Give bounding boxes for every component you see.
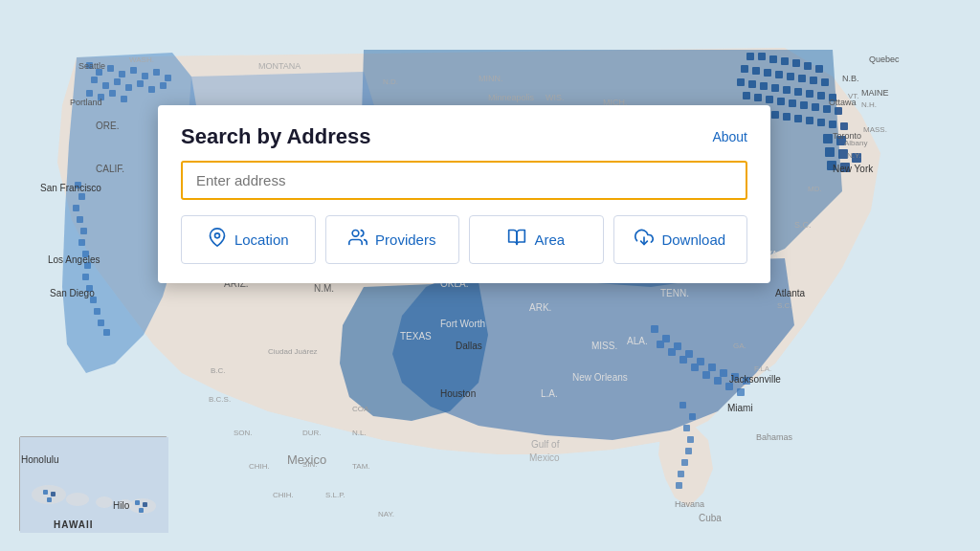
- svg-rect-43: [840, 122, 848, 130]
- svg-text:Jacksonville: Jacksonville: [729, 374, 781, 385]
- download-label: Download: [661, 231, 725, 248]
- svg-rect-121: [165, 75, 171, 81]
- search-input[interactable]: [183, 163, 746, 198]
- svg-rect-138: [78, 239, 85, 246]
- svg-text:S.C.: S.C.: [777, 301, 792, 310]
- svg-text:Atlanta: Atlanta: [775, 288, 806, 298]
- svg-text:Gulf of: Gulf of: [531, 439, 560, 450]
- svg-text:MONTANA: MONTANA: [258, 61, 301, 71]
- svg-text:Ciudad Juárez: Ciudad Juárez: [268, 347, 318, 356]
- svg-text:NAY.: NAY.: [378, 510, 394, 518]
- about-link[interactable]: About: [712, 129, 747, 144]
- svg-rect-171: [676, 482, 682, 489]
- svg-rect-141: [82, 274, 89, 280]
- location-button[interactable]: Location: [181, 215, 316, 264]
- svg-text:Havana: Havana: [675, 499, 704, 509]
- svg-point-284: [96, 496, 113, 508]
- svg-text:N.H.: N.H.: [861, 100, 877, 109]
- svg-text:CHIH.: CHIH.: [249, 462, 270, 471]
- hilo-label: Hilo: [113, 500, 129, 511]
- svg-text:B.C.: B.C.: [211, 366, 226, 375]
- svg-rect-116: [107, 65, 114, 72]
- svg-text:SIN.: SIN.: [302, 460, 318, 469]
- svg-rect-145: [98, 320, 104, 326]
- svg-text:F.LA.: F.LA.: [754, 364, 771, 373]
- providers-button[interactable]: Providers: [325, 215, 460, 264]
- search-panel: Search by Address About Location: [158, 105, 770, 283]
- svg-text:Houston: Houston: [440, 388, 476, 399]
- svg-rect-153: [720, 369, 727, 377]
- honolulu-label: Honolulu: [21, 454, 58, 465]
- svg-text:TENN.: TENN.: [660, 288, 689, 298]
- svg-text:MINN.: MINN.: [479, 74, 503, 83]
- svg-text:Mexico: Mexico: [529, 452, 560, 463]
- svg-text:N.D.: N.D.: [383, 77, 398, 86]
- svg-rect-168: [685, 448, 692, 454]
- svg-rect-159: [691, 364, 699, 371]
- svg-rect-124: [114, 78, 121, 85]
- svg-text:MASS.: MASS.: [863, 125, 887, 134]
- providers-icon: [348, 228, 368, 252]
- map-container: San Francisco Los Angeles San Diego New …: [0, 0, 980, 551]
- svg-rect-290: [135, 500, 140, 505]
- svg-text:ORE.: ORE.: [96, 121, 119, 131]
- area-button[interactable]: Area: [469, 215, 604, 264]
- svg-rect-118: [130, 67, 137, 74]
- svg-rect-165: [689, 413, 696, 420]
- svg-rect-123: [102, 82, 109, 89]
- svg-text:Cuba: Cuba: [699, 513, 722, 523]
- svg-text:N.Y.: N.Y.: [847, 151, 861, 160]
- svg-text:Portland: Portland: [70, 98, 102, 107]
- svg-text:N.B.: N.B.: [842, 74, 859, 83]
- svg-point-293: [214, 233, 219, 238]
- svg-rect-120: [153, 69, 160, 76]
- panel-header: Search by Address About: [181, 124, 747, 149]
- svg-point-294: [352, 231, 359, 237]
- svg-rect-163: [737, 388, 745, 396]
- area-label: Area: [534, 231, 565, 248]
- svg-rect-147: [651, 325, 658, 333]
- svg-text:MAINE: MAINE: [861, 88, 889, 98]
- svg-text:MISS.: MISS.: [591, 341, 617, 351]
- svg-text:MD.: MD.: [808, 185, 822, 193]
- svg-text:Minneapolis: Minneapolis: [488, 93, 535, 102]
- svg-text:GA.: GA.: [733, 342, 746, 350]
- svg-rect-158: [679, 356, 687, 364]
- svg-rect-169: [681, 459, 688, 466]
- svg-text:Bahamas: Bahamas: [756, 432, 793, 442]
- svg-rect-144: [94, 308, 100, 315]
- svg-text:L.A.: L.A.: [541, 388, 558, 399]
- search-input-wrapper: [181, 161, 747, 200]
- svg-text:DUR.: DUR.: [302, 429, 322, 437]
- svg-rect-135: [73, 205, 79, 211]
- hawaii-inset: [19, 436, 167, 532]
- svg-rect-170: [678, 471, 684, 477]
- svg-point-283: [66, 493, 89, 506]
- svg-rect-127: [148, 86, 155, 93]
- svg-rect-132: [121, 96, 127, 102]
- buttons-row: Location Providers: [181, 215, 747, 264]
- svg-rect-166: [683, 425, 690, 431]
- svg-rect-131: [109, 90, 116, 97]
- svg-text:COA.: COA.: [352, 405, 371, 413]
- svg-rect-128: [160, 82, 167, 89]
- svg-text:Fort Worth: Fort Worth: [440, 319, 485, 329]
- area-icon: [507, 228, 526, 252]
- svg-text:Albany: Albany: [844, 139, 867, 147]
- svg-rect-287: [43, 490, 48, 495]
- svg-text:TAM.: TAM.: [352, 462, 370, 471]
- svg-text:San Francisco: San Francisco: [40, 183, 101, 193]
- svg-rect-146: [103, 329, 110, 336]
- download-button[interactable]: Download: [613, 215, 748, 264]
- svg-text:CHIH.: CHIH.: [273, 491, 294, 499]
- svg-text:New Orleans: New Orleans: [572, 372, 628, 383]
- svg-rect-281: [20, 437, 168, 533]
- svg-text:N.M.: N.M.: [314, 283, 334, 294]
- svg-rect-164: [679, 402, 686, 408]
- panel-title: Search by Address: [181, 124, 371, 149]
- svg-text:WIS.: WIS.: [546, 93, 565, 102]
- svg-rect-157: [668, 348, 676, 356]
- svg-text:S.C.: S.C.: [794, 220, 812, 230]
- svg-text:New York: New York: [833, 164, 874, 174]
- svg-text:TEXAS: TEXAS: [400, 331, 432, 342]
